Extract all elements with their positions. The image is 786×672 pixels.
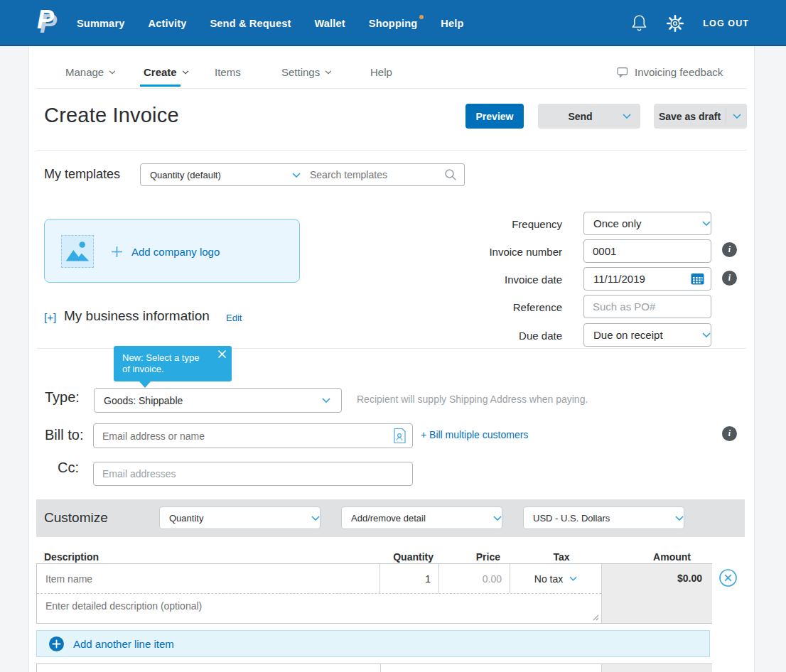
invoicing-feedback-link[interactable]: Invoicing feedback	[617, 66, 723, 78]
customize-label: Customize	[44, 510, 108, 526]
type-select[interactable]: Goods: Shippable	[94, 388, 342, 413]
invoice-number-label: Invoice number	[426, 246, 562, 258]
topnav-activity[interactable]: Activity	[149, 18, 187, 29]
due-date-select[interactable]: Due on receipt	[583, 323, 711, 347]
item-quantity-cell[interactable]: 1	[380, 564, 439, 593]
image-placeholder-icon	[61, 235, 94, 268]
create-invoice-page: P P Summary Activity Send & Request Wall…	[0, 0, 786, 672]
bill-multiple-customers-link[interactable]: + Bill multiple customers	[421, 429, 528, 440]
item-description-cell	[37, 593, 601, 623]
subnav-manage-label: Manage	[65, 66, 104, 78]
invoice-date-field[interactable]: 11/11/2019	[583, 267, 711, 291]
invoice-date-value: 11/11/2019	[584, 273, 691, 285]
preview-button[interactable]: Preview	[465, 104, 524, 129]
topnav-shopping-label: Shopping	[369, 18, 417, 29]
chevron-down-icon	[182, 70, 189, 75]
item-name-input[interactable]	[37, 573, 379, 585]
frequency-value: Once only	[584, 217, 702, 229]
subnav-manage[interactable]: Manage	[65, 66, 116, 78]
item-description-input[interactable]	[37, 594, 601, 623]
template-search-box	[301, 163, 465, 186]
business-info-label: My business information	[64, 308, 210, 324]
invoice-date-label: Invoice date	[426, 273, 562, 286]
topnav-shopping[interactable]: Shopping	[369, 18, 417, 29]
template-search-input[interactable]	[301, 169, 444, 180]
reference-input[interactable]	[583, 295, 711, 318]
partial-row-amount-cell	[601, 664, 712, 672]
save-as-draft-menu-toggle[interactable]	[726, 114, 747, 119]
partial-row-divider	[380, 664, 381, 672]
resize-handle-icon[interactable]	[593, 614, 599, 621]
address-book-icon[interactable]	[393, 428, 407, 444]
subnav-help[interactable]: Help	[370, 66, 392, 78]
tooltip-line1: New: Select a type	[122, 352, 223, 364]
cc-input[interactable]	[93, 462, 413, 486]
close-icon[interactable]	[218, 350, 226, 358]
due-date-value: Due on receipt	[584, 329, 702, 341]
cc-label: Cc:	[28, 460, 79, 476]
tooltip-line2: of invoice.	[122, 364, 223, 375]
invoice-number-input[interactable]	[583, 239, 711, 263]
chevron-down-icon	[109, 70, 116, 75]
subnav-create[interactable]: Create	[144, 66, 189, 78]
top-nav-menu: Summary Activity Send & Request Wallet S…	[77, 0, 464, 46]
send-button[interactable]: Send	[538, 104, 640, 129]
reference-label: Reference	[426, 301, 562, 313]
template-select[interactable]: Quantity (default)	[140, 163, 301, 186]
next-section-row-partial	[36, 663, 712, 672]
info-icon[interactable]: i	[722, 242, 737, 257]
log-out-button[interactable]: LOG OUT	[703, 18, 749, 28]
add-company-logo-dropzone[interactable]: Add company logo	[44, 219, 300, 283]
section-divider	[37, 150, 746, 151]
bill-to-input[interactable]	[94, 430, 393, 442]
chevron-down-icon	[702, 332, 711, 337]
item-price-cell[interactable]: 0.00	[439, 564, 510, 593]
due-date-label: Due date	[426, 330, 562, 342]
page-title: Create Invoice	[44, 104, 179, 127]
type-label: Type:	[45, 389, 80, 406]
item-name-cell	[37, 564, 380, 593]
remove-line-item-icon[interactable]	[718, 568, 738, 587]
subnav-divider	[37, 88, 746, 89]
chevron-down-icon	[322, 398, 330, 403]
plus-circle-icon	[49, 636, 64, 651]
top-bar-actions: LOG OUT	[631, 0, 749, 46]
chevron-down-icon	[702, 221, 711, 226]
frequency-select[interactable]: Once only	[583, 212, 711, 235]
subnav-items[interactable]: Items	[215, 66, 241, 78]
active-tab-underline	[140, 85, 181, 87]
add-company-logo-action[interactable]: Add company logo	[111, 220, 220, 283]
col-header-amount: Amount	[625, 551, 701, 563]
add-remove-detail-select[interactable]: Add/remove detail	[341, 506, 502, 529]
currency-select[interactable]: USD - U.S. Dollars	[523, 506, 684, 529]
business-info-expander[interactable]: [+]	[44, 311, 56, 323]
business-info-edit-link[interactable]: Edit	[226, 313, 242, 323]
topnav-summary[interactable]: Summary	[77, 18, 125, 29]
chevron-down-icon	[569, 576, 577, 581]
top-navigation-bar: P P Summary Activity Send & Request Wall…	[0, 0, 786, 46]
col-header-price: Price	[449, 551, 500, 563]
topnav-help[interactable]: Help	[441, 18, 463, 29]
chevron-down-icon	[733, 114, 741, 119]
line-item-row: 1 0.00 No tax $0.00	[36, 563, 712, 624]
subnav-settings[interactable]: Settings	[281, 66, 332, 78]
info-icon[interactable]: i	[722, 426, 737, 441]
search-icon[interactable]	[444, 168, 457, 181]
info-icon[interactable]: i	[722, 271, 737, 286]
customize-column-select[interactable]: Quantity	[159, 506, 321, 529]
bell-icon[interactable]	[631, 13, 647, 33]
chevron-down-icon[interactable]	[623, 114, 631, 119]
paypal-logo-icon[interactable]: P P	[37, 7, 67, 40]
save-as-draft-button[interactable]: Save as draft	[654, 104, 747, 129]
add-another-line-item-button[interactable]: Add another line item	[36, 630, 710, 657]
topnav-wallet[interactable]: Wallet	[314, 18, 345, 29]
item-tax-select[interactable]: No tax	[510, 564, 601, 593]
topnav-send-request[interactable]: Send & Request	[210, 18, 291, 29]
item-amount-value: $0.00	[677, 573, 702, 584]
send-button-label: Send	[538, 111, 623, 122]
bill-to-field	[93, 423, 413, 448]
gear-icon[interactable]	[665, 13, 685, 33]
paypal-logo-front-p: P	[37, 7, 54, 33]
add-remove-detail-value: Add/remove detail	[342, 513, 493, 524]
calendar-icon[interactable]	[691, 273, 704, 285]
